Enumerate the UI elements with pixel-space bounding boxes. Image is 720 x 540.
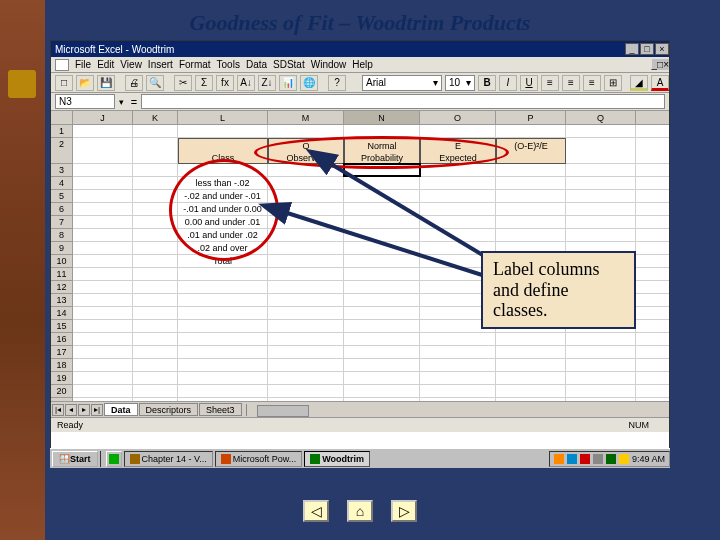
cell[interactable] [73,177,133,189]
cell[interactable] [344,203,420,215]
col-header-N[interactable]: N [344,111,420,124]
sum-icon[interactable]: Σ [195,75,213,91]
cell[interactable] [566,229,636,241]
cell[interactable] [73,359,133,371]
cell[interactable] [566,398,636,401]
nav-next-button[interactable]: ▷ [391,500,417,522]
cell[interactable] [420,177,496,189]
cell[interactable] [420,359,496,371]
row-header[interactable]: 6 [51,203,73,216]
cell[interactable] [420,229,496,241]
cell[interactable] [133,268,178,280]
cell[interactable] [133,125,178,137]
cell[interactable] [496,333,566,345]
font-size-select[interactable]: 10▾ [445,75,475,91]
class-cell[interactable]: -.01 and under 0.00 [178,203,268,215]
row-header[interactable]: 4 [51,177,73,190]
tab-prev[interactable]: ◂ [65,404,77,416]
menu-help[interactable]: Help [352,59,373,70]
cell[interactable] [420,346,496,358]
cell[interactable] [566,203,636,215]
cell[interactable] [420,333,496,345]
cell[interactable] [178,281,268,293]
row-header[interactable]: 9 [51,242,73,255]
col-header-M[interactable]: M [268,111,344,124]
merge-icon[interactable]: ⊞ [604,75,622,91]
col-header-P[interactable]: P [496,111,566,124]
row-header[interactable]: 1 [51,125,73,138]
cell[interactable] [268,385,344,397]
cell[interactable] [496,164,566,176]
cell[interactable] [496,177,566,189]
cell[interactable] [73,164,133,176]
cell[interactable] [178,398,268,401]
header-cell-P[interactable]: (O-E)²/E [496,138,566,164]
cell[interactable] [344,125,420,137]
save-icon[interactable]: 💾 [97,75,115,91]
cell[interactable] [268,346,344,358]
cell[interactable] [73,190,133,202]
close-button[interactable]: × [655,43,669,55]
menu-format[interactable]: Format [179,59,211,70]
cell[interactable] [268,125,344,137]
doc-close[interactable]: × [663,59,669,70]
cell[interactable] [178,333,268,345]
sort-desc-icon[interactable]: Z↓ [258,75,276,91]
cell[interactable] [566,190,636,202]
row-header[interactable]: 16 [51,333,73,346]
cell[interactable] [133,385,178,397]
underline-button[interactable]: U [520,75,538,91]
cell[interactable] [268,320,344,332]
nav-prev-button[interactable]: ◁ [303,500,329,522]
cell[interactable] [344,242,420,254]
horizontal-scrollbar[interactable] [246,404,669,416]
cell[interactable] [344,320,420,332]
cell[interactable] [268,333,344,345]
col-header-K[interactable]: K [133,111,178,124]
row-header[interactable]: 18 [51,359,73,372]
selected-cell[interactable] [344,164,420,176]
align-center-icon[interactable]: ≡ [562,75,580,91]
cell[interactable] [496,229,566,241]
cell[interactable] [73,229,133,241]
volume-icon[interactable] [619,454,629,464]
system-tray[interactable]: 9:49 AM [549,451,670,467]
cell[interactable] [566,125,636,137]
cell[interactable] [73,268,133,280]
menu-file[interactable]: File [75,59,91,70]
cell[interactable] [268,255,344,267]
class-cell[interactable]: .02 and over [178,242,268,254]
tray-icon[interactable] [554,454,564,464]
cell[interactable] [73,125,133,137]
cell[interactable] [73,346,133,358]
cell[interactable] [73,320,133,332]
cell[interactable] [133,372,178,384]
select-all-corner[interactable] [51,111,73,124]
task-woodtrim[interactable]: Woodtrim [304,451,370,467]
sheet-tab-descriptors[interactable]: Descriptors [139,403,199,416]
cell[interactable] [178,320,268,332]
nav-home-button[interactable]: ⌂ [347,500,373,522]
class-cell[interactable]: less than -.02 [178,177,268,189]
maximize-button[interactable]: □ [640,43,654,55]
row-header[interactable]: 14 [51,307,73,320]
cell[interactable] [133,333,178,345]
new-icon[interactable]: □ [55,75,73,91]
cell[interactable] [73,216,133,228]
col-header-O[interactable]: O [420,111,496,124]
cell[interactable] [344,216,420,228]
cell[interactable] [133,177,178,189]
cell[interactable] [566,333,636,345]
cell[interactable] [344,333,420,345]
cell[interactable] [496,385,566,397]
bold-button[interactable]: B [478,75,496,91]
cell[interactable] [344,398,420,401]
header-cell-N[interactable]: Normal Probability Distribution [344,138,420,164]
cell[interactable] [268,242,344,254]
cell[interactable] [73,242,133,254]
help-icon[interactable]: ? [328,75,346,91]
menu-tools[interactable]: Tools [217,59,240,70]
cell[interactable] [268,294,344,306]
cell[interactable] [420,164,496,176]
align-right-icon[interactable]: ≡ [583,75,601,91]
